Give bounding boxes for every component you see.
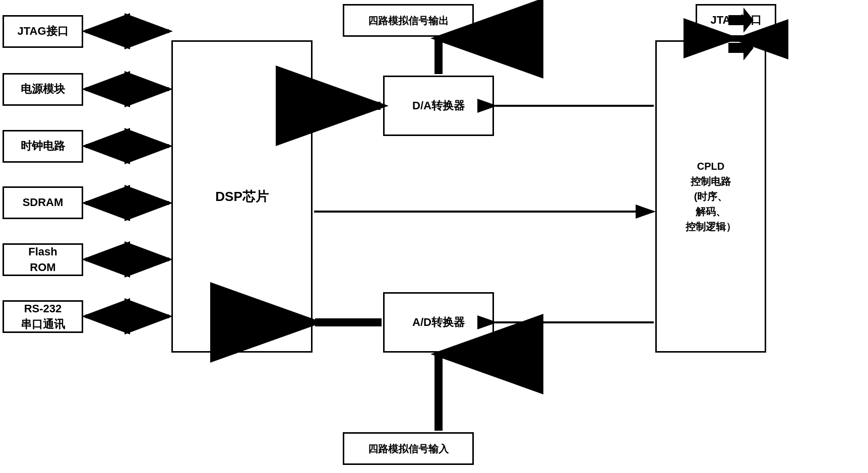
label-flash: Flash ROM <box>28 244 57 276</box>
label-dsp: DSP芯片 <box>215 187 268 206</box>
box-cpld: CPLD 控制电路 (时序、 解码、 控制逻辑） <box>655 40 766 353</box>
box-da-out: 四路模拟信号输出 <box>343 4 474 37</box>
box-jtag-left: JTAG接口 <box>3 15 83 48</box>
label-jtag-left: JTAG接口 <box>17 24 68 39</box>
label-ad-in: 四路模拟信号输入 <box>368 442 449 456</box>
box-power: 电源模块 <box>3 73 83 106</box>
box-rs232: RS-232 串口通讯 <box>3 300 83 333</box>
label-cpld: CPLD 控制电路 (时序、 解码、 控制逻辑） <box>686 159 736 234</box>
label-ad: A/D转换器 <box>412 315 465 330</box>
box-ad-in: 四路模拟信号输入 <box>343 432 474 465</box>
label-da: D/A转换器 <box>412 98 465 114</box>
label-jtag-right: JTAG接口 <box>710 13 761 28</box>
box-clock: 时钟电路 <box>3 130 83 163</box>
box-flash: Flash ROM <box>3 243 83 276</box>
label-sdram: SDRAM <box>23 195 64 211</box>
label-rs232: RS-232 串口通讯 <box>21 301 65 332</box>
label-clock: 时钟电路 <box>21 139 65 154</box>
box-sdram: SDRAM <box>3 186 83 219</box>
diagram: JTAG接口 电源模块 时钟电路 SDRAM Flash ROM RS-232 … <box>0 0 868 473</box>
label-power: 电源模块 <box>21 82 65 97</box>
box-dsp: DSP芯片 <box>171 40 313 353</box>
box-da: D/A转换器 <box>383 76 494 136</box>
label-da-out: 四路模拟信号输出 <box>368 14 449 28</box>
box-jtag-right: JTAG接口 <box>696 4 776 37</box>
box-ad: A/D转换器 <box>383 292 494 353</box>
